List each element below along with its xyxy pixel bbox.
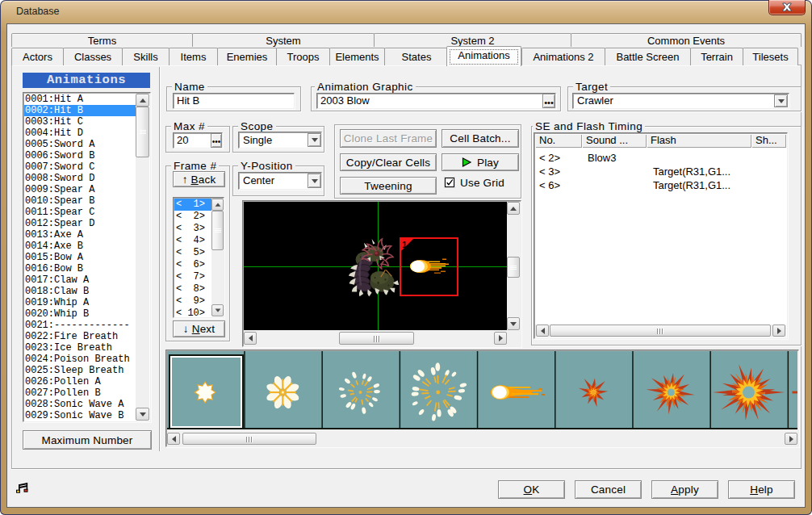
svg-text:1: 1 xyxy=(402,240,407,249)
